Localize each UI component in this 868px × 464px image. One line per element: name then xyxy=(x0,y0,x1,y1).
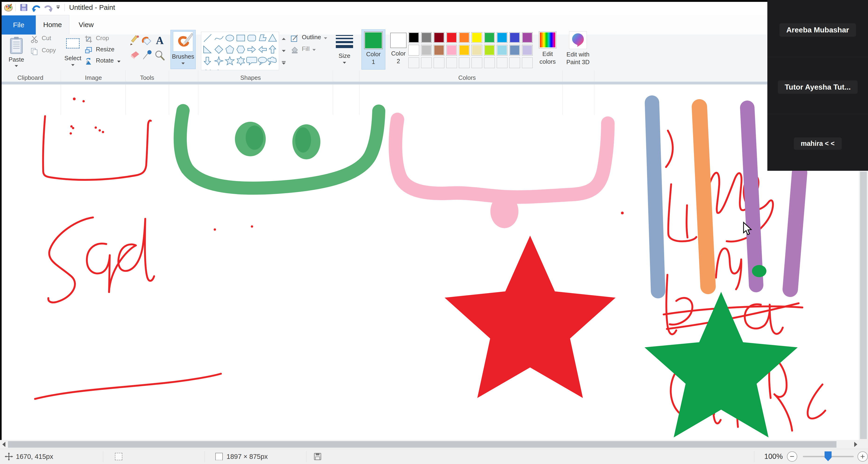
shape-arrow-left[interactable] xyxy=(259,46,267,53)
shape-oval-callout[interactable] xyxy=(258,57,267,65)
rotate-button[interactable]: Rotate xyxy=(85,57,131,67)
palette-swatch-empty[interactable] xyxy=(471,57,482,68)
shape-rounded-rectangle[interactable] xyxy=(248,35,256,41)
hscroll-left-arrow[interactable] xyxy=(2,442,5,447)
palette-swatch[interactable] xyxy=(484,45,495,56)
hscroll-right-arrow[interactable] xyxy=(854,442,857,447)
palette-swatch[interactable] xyxy=(509,45,520,56)
palette-swatch-empty[interactable] xyxy=(497,57,507,68)
text-tool[interactable]: A xyxy=(154,35,165,46)
zoom-out-button[interactable]: − xyxy=(787,452,797,462)
shape-ellipse[interactable] xyxy=(226,35,234,41)
palette-swatch-empty[interactable] xyxy=(408,57,419,68)
palette-swatch[interactable] xyxy=(484,32,495,43)
shape-arrow-right[interactable] xyxy=(248,46,255,53)
shapes-scroll-down[interactable] xyxy=(280,47,287,56)
fill-bucket-tool[interactable] xyxy=(142,35,153,46)
color1-swatch xyxy=(364,32,383,49)
palette-swatch[interactable] xyxy=(509,32,520,43)
select-button[interactable]: Select xyxy=(63,35,83,71)
shape-wave-partial-2[interactable] xyxy=(216,70,220,70)
size-button[interactable]: Size xyxy=(334,32,355,69)
shape-polygon[interactable] xyxy=(259,35,266,41)
palette-swatch[interactable] xyxy=(421,32,432,43)
eraser-tool[interactable] xyxy=(129,49,140,61)
shape-curve[interactable] xyxy=(215,36,223,40)
palette-swatch[interactable] xyxy=(471,45,482,56)
shape-right-triangle[interactable] xyxy=(204,46,211,53)
shape-rounded-callout[interactable] xyxy=(247,57,257,65)
palette-swatch-empty[interactable] xyxy=(484,57,495,68)
color2-button[interactable]: Color 2 xyxy=(387,29,410,69)
color-picker-tool[interactable] xyxy=(142,49,153,61)
palette-swatch-empty[interactable] xyxy=(434,57,444,68)
shape-diamond[interactable] xyxy=(215,45,223,54)
palette-swatch-empty[interactable] xyxy=(421,57,432,68)
shapes-scroll-more[interactable] xyxy=(280,59,287,68)
zoom-in-button[interactable]: + xyxy=(858,452,868,462)
palette-swatch[interactable] xyxy=(446,32,457,43)
palette-swatch[interactable] xyxy=(408,32,419,43)
shape-four-point-star[interactable] xyxy=(215,57,223,65)
shape-triangle[interactable] xyxy=(269,34,277,41)
shape-five-point-star[interactable] xyxy=(225,57,234,65)
palette-swatch-empty[interactable] xyxy=(446,57,457,68)
cut-button[interactable]: Cut xyxy=(30,35,58,45)
palette-swatch[interactable] xyxy=(471,32,482,43)
shape-wave-partial[interactable] xyxy=(204,70,212,70)
paint3d-button[interactable]: Edit with Paint 3D xyxy=(565,31,591,70)
edit-colors-button[interactable]: Edit colors xyxy=(537,31,558,70)
redo-icon[interactable] xyxy=(43,3,54,12)
palette-swatch-empty[interactable] xyxy=(522,57,533,68)
paste-button[interactable]: Paste xyxy=(5,35,28,71)
brushes-button[interactable]: Brushes xyxy=(170,30,196,69)
shape-line[interactable] xyxy=(204,34,211,42)
palette-swatch[interactable] xyxy=(497,45,507,56)
tab-home[interactable]: Home xyxy=(36,15,69,35)
shape-six-point-star[interactable] xyxy=(237,57,245,65)
pencil-tool[interactable] xyxy=(129,35,140,46)
participant-tile-3[interactable]: mahira < < xyxy=(767,114,868,171)
tab-file[interactable]: File xyxy=(2,15,36,35)
outline-button[interactable]: Outline xyxy=(290,34,333,44)
shape-arrow-down[interactable] xyxy=(204,57,211,65)
shape-arrow-up[interactable] xyxy=(269,45,276,53)
magnifier-tool[interactable] xyxy=(154,50,165,61)
participant-tile-1[interactable]: Areeba Mubashar xyxy=(767,0,868,57)
cursor-position-value: 1670, 415px xyxy=(16,449,53,464)
resize-button[interactable]: Resize xyxy=(85,46,122,56)
crop-button[interactable]: Crop xyxy=(85,35,122,44)
palette-swatch[interactable] xyxy=(421,45,432,56)
drawing-canvas[interactable] xyxy=(0,85,859,440)
vscroll-thumb[interactable] xyxy=(860,172,867,439)
palette-swatch[interactable] xyxy=(522,32,533,43)
palette-swatch[interactable] xyxy=(459,45,470,56)
shape-hexagon[interactable] xyxy=(237,46,245,53)
qat-customize-icon[interactable] xyxy=(57,6,60,9)
palette-swatch-empty[interactable] xyxy=(509,57,520,68)
hscroll-thumb[interactable] xyxy=(8,441,836,448)
palette-swatch[interactable] xyxy=(459,32,470,43)
color1-button[interactable]: Color 1 xyxy=(362,29,385,69)
undo-icon[interactable] xyxy=(30,3,41,12)
palette-swatch[interactable] xyxy=(408,45,419,56)
shape-cloud-callout[interactable] xyxy=(268,57,277,65)
tab-view[interactable]: View xyxy=(69,15,103,35)
shape-rectangle[interactable] xyxy=(237,35,245,41)
palette-swatch[interactable] xyxy=(434,32,444,43)
palette-swatch[interactable] xyxy=(446,45,457,56)
palette-swatch-empty[interactable] xyxy=(459,57,470,68)
participant-name: Tutor Ayesha Tut... xyxy=(785,83,851,91)
vertical-scrollbar[interactable] xyxy=(859,171,868,440)
palette-swatch[interactable] xyxy=(434,45,444,56)
save-icon[interactable] xyxy=(20,3,28,12)
shape-pentagon[interactable] xyxy=(226,45,234,53)
copy-button[interactable]: Copy xyxy=(30,47,58,57)
zoom-slider-thumb[interactable] xyxy=(825,452,832,461)
shapes-scroll-up[interactable] xyxy=(280,35,287,44)
horizontal-scrollbar[interactable] xyxy=(0,440,868,449)
palette-swatch[interactable] xyxy=(497,32,507,43)
fill-button[interactable]: Fill xyxy=(290,45,333,56)
palette-swatch[interactable] xyxy=(522,45,533,56)
participant-tile-2[interactable]: Tutor Ayesha Tut... xyxy=(767,57,868,114)
